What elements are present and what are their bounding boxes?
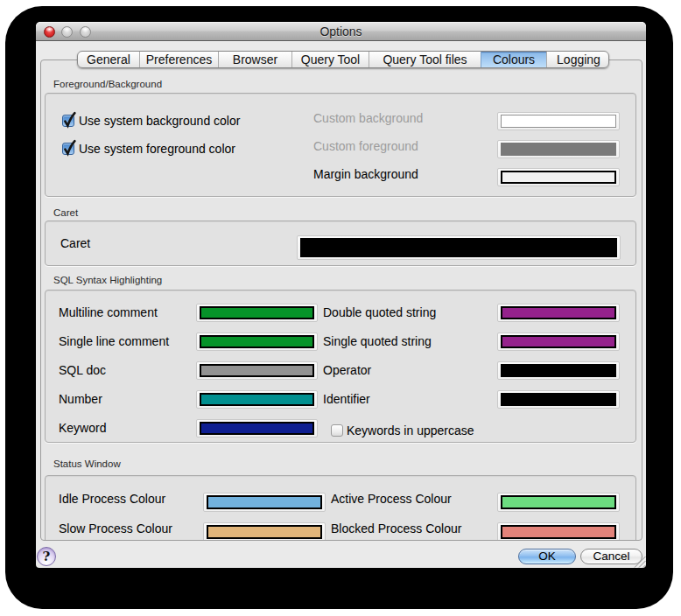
group-label-foreground-background: Foreground/Background	[53, 79, 162, 90]
label-sql-left-2: SQL doc	[59, 361, 106, 380]
group-label-caret: Caret	[53, 207, 78, 219]
title-bar[interactable]: Options	[36, 22, 646, 41]
picker-margin-background[interactable]	[497, 168, 620, 186]
picker-sql-right-3-color	[501, 393, 616, 406]
picker-sql-right-2-color	[501, 364, 616, 377]
label-keywords-uppercase: Keywords in uppercase	[347, 423, 474, 438]
picker-sql-left-2-color	[200, 364, 314, 377]
label-sql-left-1: Single line comment	[59, 332, 169, 351]
tab-browser[interactable]: Browser	[218, 52, 291, 67]
checkmark-icon	[62, 138, 78, 158]
picker-sql-left-3[interactable]	[196, 390, 318, 409]
label-caret: Caret	[60, 235, 90, 251]
label-status-left-1: Slow Process Colour	[59, 520, 172, 538]
picker-sql-right-1[interactable]	[497, 332, 620, 351]
picker-status-left-0-color	[207, 495, 322, 509]
picker-sql-left-3-color	[200, 393, 314, 406]
tab-page-panel: Foreground/BackgroundCaretSQL Syntax Hig…	[40, 60, 642, 541]
tab-query-tool-files[interactable]: Query Tool files	[369, 52, 481, 67]
checkbox-keywords-uppercase[interactable]	[331, 424, 343, 437]
label-use-system-background: Use system background color	[79, 113, 240, 129]
tab-query-tool[interactable]: Query Tool	[291, 52, 369, 67]
tab-strip: GeneralPreferencesBrowserQuery ToolQuery…	[77, 51, 609, 68]
picker-sql-right-0[interactable]	[497, 304, 620, 322]
label-sql-left-0: Multiline comment	[59, 304, 158, 322]
picker-status-left-1-color	[207, 525, 322, 539]
window-title: Options	[36, 24, 646, 38]
picker-status-right-0[interactable]	[497, 493, 620, 512]
picker-custom-background[interactable]	[497, 112, 620, 130]
checkbox-use-system-foreground[interactable]	[62, 143, 74, 155]
checkmark-icon	[62, 110, 78, 130]
picker-sql-left-0-color	[200, 306, 314, 319]
picker-custom-background-color	[501, 115, 616, 128]
label-sql-right-3: Identifier	[323, 390, 370, 409]
label-custom-foreground: Custom foreground	[313, 137, 418, 156]
tab-colours[interactable]: Colours	[481, 52, 546, 67]
picker-status-left-1[interactable]	[203, 522, 326, 541]
group-label-status-window: Status Window	[53, 458, 121, 470]
picker-sql-left-1-color	[200, 335, 314, 348]
label-status-right-1: Blocked Process Colour	[331, 520, 461, 538]
picker-status-right-1-color	[501, 525, 616, 539]
group-label-sql-syntax: SQL Syntax Highlighting	[53, 275, 162, 286]
options-dialog: Options Foreground/BackgroundCaretSQL Sy…	[36, 22, 646, 568]
label-sql-left-4: Keyword	[59, 419, 106, 438]
picker-status-right-1[interactable]	[497, 522, 620, 541]
label-margin-background: Margin background	[313, 165, 418, 184]
label-sql-left-3: Number	[59, 390, 102, 409]
picker-status-right-0-color	[501, 495, 616, 509]
picker-sql-right-1-color	[501, 335, 616, 348]
ok-button[interactable]: OK	[518, 549, 576, 564]
picker-caret[interactable]	[297, 235, 621, 260]
screenshot-page: Options Foreground/BackgroundCaretSQL Sy…	[0, 0, 681, 616]
label-status-left-0: Idle Process Colour	[59, 490, 165, 508]
picker-margin-background-color	[501, 171, 616, 184]
picker-sql-right-0-color	[501, 306, 616, 319]
picker-sql-left-2[interactable]	[196, 361, 318, 380]
picker-sql-right-2[interactable]	[497, 361, 620, 380]
picker-sql-left-4-color	[200, 422, 314, 435]
picker-custom-foreground-color	[501, 143, 616, 156]
help-button[interactable]: ?	[37, 547, 56, 566]
picker-sql-left-4[interactable]	[196, 419, 318, 438]
picker-sql-left-0[interactable]	[196, 304, 318, 322]
label-sql-right-0: Double quoted string	[323, 304, 436, 322]
picker-status-left-0[interactable]	[203, 493, 326, 512]
label-sql-right-1: Single quoted string	[323, 332, 432, 351]
picker-custom-foreground[interactable]	[497, 140, 620, 158]
checkbox-use-system-background[interactable]	[62, 115, 74, 127]
tab-preferences[interactable]: Preferences	[139, 52, 218, 67]
label-sql-right-2: Operator	[323, 361, 371, 380]
tab-general[interactable]: General	[78, 52, 139, 67]
picker-sql-left-1[interactable]	[196, 332, 318, 351]
label-status-right-0: Active Process Colour	[331, 490, 452, 508]
tab-logging[interactable]: Logging	[546, 52, 610, 67]
label-use-system-foreground: Use system foreground color	[79, 141, 235, 157]
picker-caret-color	[300, 238, 617, 257]
picker-sql-right-3[interactable]	[497, 390, 620, 409]
label-custom-background: Custom background	[313, 109, 423, 128]
resize-grip[interactable]	[632, 554, 646, 568]
